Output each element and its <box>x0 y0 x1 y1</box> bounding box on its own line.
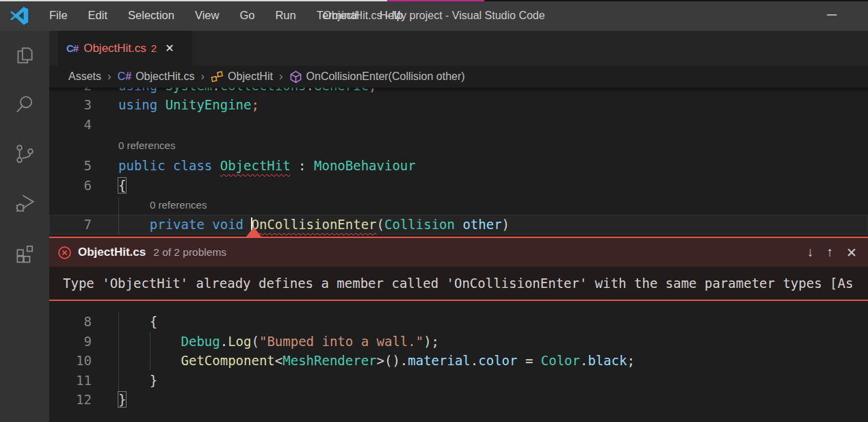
title-bar: FileEditSelectionViewGoRunTerminalHelp O… <box>0 0 868 31</box>
code-token: . <box>212 88 220 93</box>
class-symbol-icon <box>211 70 224 83</box>
code-text: } <box>118 371 157 391</box>
code-token: { <box>118 314 157 329</box>
code-token: . <box>220 334 228 349</box>
code-line[interactable]: 3using UnityEngine; <box>49 95 868 115</box>
breadcrumb: Assets › C# ObjectHit.cs › ObjectHit › <box>49 66 868 88</box>
code-line[interactable]: 10 GetComponent<MeshRenderer>().material… <box>49 351 868 371</box>
indent-guide <box>118 197 119 235</box>
codelens-references[interactable]: 0 references <box>118 138 175 153</box>
code-token: . <box>306 88 314 93</box>
code-line[interactable]: 11 } <box>49 371 868 391</box>
code-token: ; <box>369 88 376 93</box>
line-number: 4 <box>49 115 92 135</box>
code-line[interactable]: 8 { <box>49 312 868 332</box>
code-token: Generic <box>314 88 369 93</box>
code-token: = <box>517 353 540 368</box>
line-number: 9 <box>49 332 92 352</box>
code-token <box>455 217 462 232</box>
error-icon <box>57 246 72 260</box>
line-number: 11 <box>49 371 92 391</box>
line-number: 12 <box>49 390 92 410</box>
code-token: System <box>166 88 213 93</box>
screen-edge-artifact <box>484 0 868 1</box>
code-token: MonoBehaviour <box>314 158 416 173</box>
breadcrumb-separator: › <box>107 70 111 83</box>
codelens-references[interactable]: 0 references <box>150 198 207 213</box>
menu-file[interactable]: File <box>39 0 78 31</box>
code-line[interactable]: 9 Debug.Log("Bumped into a wall."); <box>49 332 868 352</box>
screen-edge-artifact <box>387 0 484 1</box>
code-token: Log <box>228 334 251 349</box>
code-line[interactable]: 6{ <box>49 176 868 196</box>
code-token: MeshRenderer <box>282 353 376 368</box>
code-token: ) <box>502 217 510 232</box>
line-number: 10 <box>49 351 92 371</box>
breadcrumb-separator: › <box>279 70 283 83</box>
line-number: 8 <box>49 312 92 332</box>
code-token <box>118 217 150 232</box>
code-token: private <box>150 217 205 232</box>
menu-terminal[interactable]: Terminal <box>306 0 369 31</box>
breadcrumb-separator: › <box>200 70 205 83</box>
code-token: Collections <box>220 88 306 93</box>
problems-peek-view: ObjectHit.cs 2 of 2 problems ↓ ↑ ✕ Type … <box>49 237 868 301</box>
peek-problem-count: 2 of 2 problems <box>153 246 226 259</box>
code-token: . <box>580 353 588 368</box>
tab-close-icon[interactable]: ✕ <box>165 42 174 55</box>
previous-problem-icon[interactable]: ↑ <box>827 245 834 260</box>
run-and-debug-icon[interactable] <box>0 179 49 228</box>
code-token: color <box>478 353 517 368</box>
code-token: : <box>291 158 314 173</box>
code-token: Color <box>541 353 580 368</box>
code-token: } <box>118 392 126 407</box>
code-editor[interactable]: 2using System.Collections.Generic;3using… <box>49 88 868 422</box>
menu-go[interactable]: Go <box>229 0 265 31</box>
breadcrumb-item-file[interactable]: C# ObjectHit.cs <box>118 70 195 83</box>
code-line[interactable]: 4 <box>49 115 868 135</box>
codelens-row[interactable]: 0 references <box>49 138 868 158</box>
line-number: 3 <box>49 95 92 115</box>
line-number: 6 <box>49 176 92 196</box>
tab-objecthit[interactable]: C# ObjectHit.cs 2 ✕ <box>58 31 192 66</box>
menu-edit[interactable]: Edit <box>78 0 118 31</box>
source-control-icon[interactable] <box>0 129 49 179</box>
error-underlined-token: ObjectHit <box>220 158 291 173</box>
explorer-icon[interactable] <box>0 31 49 80</box>
code-token: { <box>118 178 126 193</box>
vscode-window: FileEditSelectionViewGoRunTerminalHelp O… <box>0 0 868 422</box>
tab-strip: C# ObjectHit.cs 2 ✕ <box>49 31 868 66</box>
line-number: 5 <box>49 156 92 176</box>
code-token: other <box>462 217 501 232</box>
vscode-logo-icon <box>9 5 29 26</box>
code-line[interactable]: 5public class ObjectHit : MonoBehaviour <box>49 156 868 176</box>
minimize-button[interactable]: ─ <box>816 0 847 31</box>
code-token: Debug <box>181 334 220 349</box>
next-problem-icon[interactable]: ↓ <box>807 245 814 260</box>
peek-close-icon[interactable]: ✕ <box>846 245 857 261</box>
code-line[interactable]: 7 private void OnCollisionEnter(Collisio… <box>49 215 868 235</box>
error-message[interactable]: Type 'ObjectHit' already defines a membe… <box>49 276 853 291</box>
breadcrumb-item-class[interactable]: ObjectHit <box>211 70 273 83</box>
menu-run[interactable]: Run <box>265 0 306 31</box>
code-text: { <box>118 176 126 196</box>
breadcrumb-item-assets[interactable]: Assets <box>68 70 101 83</box>
code-text: { <box>118 312 157 332</box>
extensions-icon[interactable] <box>0 228 49 277</box>
breadcrumb-item-method[interactable]: OnCollisionEnter(Collision other) <box>289 70 465 83</box>
code-token: ( <box>377 217 384 232</box>
code-text: private void OnCollisionEnter(Collision … <box>118 215 510 235</box>
code-text: using UnityEngine; <box>118 95 259 115</box>
search-icon[interactable] <box>0 80 49 129</box>
menu-selection[interactable]: Selection <box>118 0 185 31</box>
code-token: public class <box>118 158 220 173</box>
code-token: "Bumped into a wall." <box>259 334 423 349</box>
peek-anchor-arrow <box>246 227 261 237</box>
code-token: ( <box>252 334 259 349</box>
code-text: public class ObjectHit : MonoBehaviour <box>118 156 416 176</box>
menu-view[interactable]: View <box>185 0 229 31</box>
code-token: ; <box>627 353 635 368</box>
code-line[interactable]: 12} <box>49 390 868 410</box>
code-token: UnityEngine <box>166 97 252 112</box>
menu-help[interactable]: Help <box>369 0 413 31</box>
